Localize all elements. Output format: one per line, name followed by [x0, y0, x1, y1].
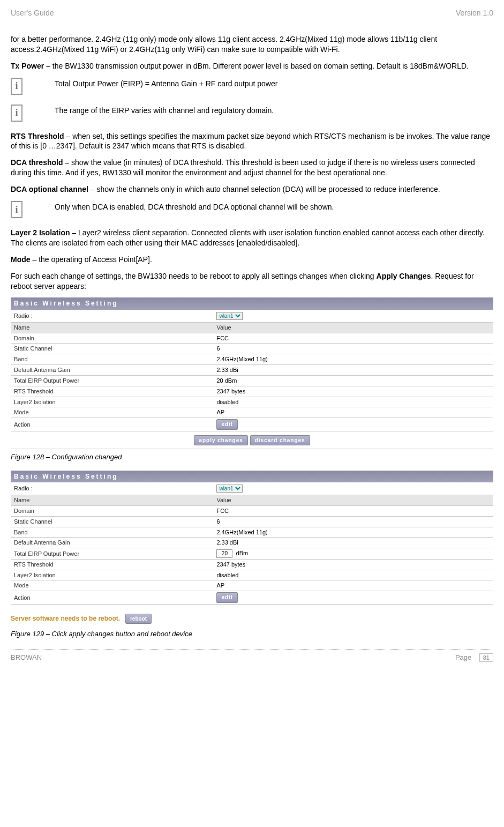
action-label: Action [11, 418, 213, 431]
basic-wireless-setting-panel-2: Basic Wireless Setting Radio : wlan1 Nam… [11, 471, 493, 626]
layer2-para: Layer 2 Isolation – Layer2 wireless clie… [11, 228, 493, 248]
tx-power-para: Tx Power – the BW1330 transmission outpu… [11, 61, 493, 71]
info-icon: i [11, 105, 22, 122]
panel-title: Basic Wireless Setting [11, 297, 493, 309]
info-icon: i [11, 201, 22, 218]
eirp-power-unit: dBm [236, 550, 249, 556]
rts-label: RTS Threshold [11, 132, 64, 140]
header-left: User's Guide [11, 8, 54, 18]
dca-threshold-para: DCA threshold – show the value (in minut… [11, 158, 493, 178]
edit-button[interactable]: edit [216, 592, 238, 603]
edit-button[interactable]: edit [216, 419, 238, 430]
table-row: ModeAP [11, 580, 493, 591]
figure-128-caption: Figure 128 – Configuration changed [11, 452, 493, 462]
footer-page-number: 81 [479, 653, 493, 662]
header-right: Version 1.0 [456, 8, 493, 18]
table-row: Total EIRP Output Power20 dBm [11, 375, 493, 386]
discard-changes-button[interactable]: discard changes [250, 435, 310, 446]
layer2-label: Layer 2 Isolation [11, 228, 70, 237]
table-row: Action edit [11, 591, 493, 605]
table-row: RTS Threshold2347 bytes [11, 386, 493, 397]
basic-wireless-setting-panel-1: Basic Wireless Setting Radio : wlan1 Nam… [11, 297, 493, 449]
panel-title: Basic Wireless Setting [11, 471, 493, 482]
radio-label: Radio : [11, 482, 213, 495]
radio-label: Radio : [11, 310, 213, 323]
reboot-para: For such each change of settings, the BW… [11, 271, 493, 292]
table-row: Band2.4GHz(Mixed 11g) [11, 527, 493, 538]
dca-optional-para: DCA optional channel – show the channels… [11, 184, 493, 195]
apply-changes-button[interactable]: apply changes [194, 435, 247, 446]
col-value: Value [213, 495, 493, 505]
reboot-para-1: For such each change of settings, the BW… [11, 272, 377, 280]
rts-text: – when set, this settings specifies the … [11, 132, 490, 151]
table-row: Default Antenna Gain2.33 dBi [11, 365, 493, 376]
table-row: Static Channel6 [11, 516, 493, 527]
mode-text: – the operating of Access Point[AP]. [31, 255, 152, 264]
tx-power-label: Tx Power [11, 62, 44, 70]
table-row: Layer2 Isolationdisabled [11, 397, 493, 407]
table-row: Band2.4GHz(Mixed 11g) [11, 354, 493, 365]
table-row: Layer2 Isolationdisabled [11, 570, 493, 580]
dca-optional-text: – show the channels only in which auto c… [88, 185, 440, 193]
table-row: ModeAP [11, 407, 493, 418]
table-row: Static Channel6 [11, 344, 493, 354]
table-row: DomainFCC [11, 333, 493, 344]
col-name: Name [11, 322, 213, 333]
col-name: Name [11, 495, 213, 505]
action-label: Action [11, 591, 213, 605]
server-reboot-text: Server software needs to be reboot. [11, 614, 120, 623]
mode-label: Mode [11, 255, 31, 264]
tx-power-text: – the BW1330 transmission output power i… [44, 62, 469, 70]
info-eirp-text: Total Output Power (EIRP) = Antenna Gain… [55, 78, 493, 89]
info-range-text: The range of the EIRP varies with channe… [55, 105, 493, 116]
table-row: Default Antenna Gain2.33 dBi [11, 538, 493, 548]
dca-optional-label: DCA optional channel [11, 185, 88, 193]
mode-para: Mode – the operating of Access Point[AP]… [11, 255, 493, 265]
layer2-text: – Layer2 wireless client separation. Con… [11, 228, 485, 247]
footer-brand: BROWAN [11, 653, 42, 662]
footer-page-label: Page [455, 653, 471, 661]
col-value: Value [213, 322, 493, 333]
table-row: Total EIRP Output Power 20 dBm [11, 548, 493, 560]
reboot-button[interactable]: reboot [125, 614, 152, 624]
info-dca-text: Only when DCA is enabled, DCA threshold … [55, 201, 493, 212]
dca-threshold-label: DCA threshold [11, 158, 63, 167]
eirp-power-input[interactable]: 20 [216, 549, 232, 558]
table-row: Action edit [11, 418, 493, 431]
radio-select[interactable]: wlan1 [216, 312, 243, 320]
radio-select[interactable]: wlan1 [216, 485, 243, 493]
figure-129-caption: Figure 129 – Click apply changes button … [11, 629, 493, 639]
intro-paragraph: for a better performance. 2.4GHz (11g on… [11, 34, 493, 55]
apply-changes-bold: Apply Changes [377, 272, 431, 280]
table-row: RTS Threshold2347 bytes [11, 559, 493, 570]
info-icon: i [11, 78, 22, 95]
dca-threshold-text: – show the value (in minutes) of DCA thr… [11, 158, 475, 177]
rts-para: RTS Threshold – when set, this settings … [11, 131, 493, 152]
table-row: DomainFCC [11, 505, 493, 516]
